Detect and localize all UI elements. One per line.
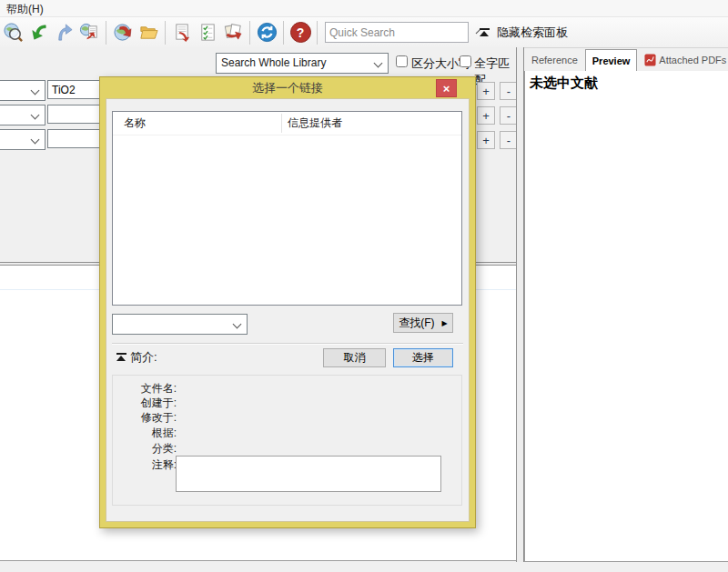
filename-label: 文件名: bbox=[120, 381, 177, 396]
find-button[interactable]: 查找(F) ▶ bbox=[393, 313, 453, 333]
chevron-down-icon bbox=[233, 320, 242, 329]
dialog-title: 选择一个链接 bbox=[252, 80, 323, 96]
select-link-dialog: 选择一个链接 × 名称 信息提供者 查找(F) ▶ 简介: bbox=[99, 76, 476, 528]
search-field-dropdown-1[interactable] bbox=[0, 80, 46, 101]
new-reference-icon[interactable] bbox=[196, 21, 219, 45]
tab-reference-label: Reference bbox=[531, 55, 578, 65]
remove-search-row-button-3[interactable]: - bbox=[500, 131, 518, 149]
category-label: 分类: bbox=[120, 441, 177, 457]
link-list[interactable]: 名称 信息提供者 bbox=[112, 111, 462, 306]
based-on-label: 根据: bbox=[120, 426, 177, 441]
preview-content[interactable]: 未选中文献 bbox=[524, 71, 728, 562]
chevron-down-icon bbox=[31, 135, 40, 145]
toolbar-separator bbox=[106, 21, 106, 45]
chevron-down-icon bbox=[31, 111, 40, 120]
preview-tabbar: Reference Preview Attached PDFs bbox=[524, 49, 728, 72]
tab-attached-pdfs-label: Attached PDFs bbox=[659, 55, 726, 65]
online-search-icon[interactable] bbox=[1, 21, 25, 45]
find-button-label: 查找(F) bbox=[399, 316, 434, 331]
comments-box[interactable] bbox=[176, 456, 441, 492]
preview-panel: Reference Preview Attached PDFs 未选中文献 bbox=[524, 47, 728, 562]
toolbar-separator bbox=[283, 21, 284, 45]
remove-search-row-button-1[interactable]: - bbox=[500, 82, 518, 100]
search-scope-dropdown[interactable]: Search Whole Library bbox=[216, 53, 389, 74]
collapse-up-icon bbox=[116, 353, 126, 362]
add-search-row-button-1[interactable]: + bbox=[477, 82, 495, 100]
close-button[interactable]: × bbox=[436, 79, 457, 97]
find-full-text-icon[interactable] bbox=[111, 21, 135, 45]
search-field-dropdown-2[interactable] bbox=[0, 105, 46, 125]
file-info-groupbox: 文件名: 创建于: 修改于: 根据: 分类: 注释: bbox=[112, 375, 462, 506]
column-header-name[interactable]: 名称 bbox=[124, 112, 146, 135]
tab-preview-label: Preview bbox=[592, 55, 631, 66]
application-window: 帮助(H) bbox=[0, 0, 728, 572]
modified-label: 修改于: bbox=[120, 410, 177, 426]
cancel-button[interactable]: 取消 bbox=[323, 348, 386, 367]
hide-panel-label: 隐藏检索面板 bbox=[497, 25, 568, 41]
chevron-down-icon bbox=[31, 86, 40, 95]
pdf-icon bbox=[644, 54, 656, 66]
menu-bar: 帮助(H) bbox=[0, 0, 728, 17]
dialog-content: 名称 信息提供者 查找(F) ▶ 简介: 取消 选择 文件名: bbox=[106, 98, 470, 522]
tab-reference[interactable]: Reference bbox=[524, 49, 585, 71]
filter-dropdown-value bbox=[113, 315, 247, 317]
toolbar-separator bbox=[165, 21, 166, 45]
quick-search-input[interactable] bbox=[326, 25, 474, 40]
export-icon[interactable] bbox=[52, 21, 76, 45]
column-header-provider[interactable]: 信息提供者 bbox=[288, 112, 342, 135]
menu-help[interactable]: 帮助(H) bbox=[2, 1, 48, 18]
open-library-icon[interactable] bbox=[136, 21, 160, 45]
no-reference-selected-message: 未选中文献 bbox=[525, 71, 728, 95]
toolbar-separator bbox=[249, 21, 250, 45]
match-case-checkbox[interactable] bbox=[396, 55, 408, 67]
help-glyph: ? bbox=[290, 22, 311, 43]
quick-search-box[interactable] bbox=[325, 22, 469, 43]
vertical-splitter[interactable] bbox=[516, 47, 524, 562]
help-icon[interactable]: ? bbox=[288, 21, 312, 45]
hide-search-panel-button[interactable]: 隐藏检索面板 bbox=[480, 25, 568, 41]
toolbar-separator bbox=[317, 21, 318, 45]
add-search-row-button-3[interactable]: + bbox=[477, 131, 495, 149]
dialog-titlebar[interactable]: 选择一个链接 bbox=[100, 77, 475, 99]
sync-icon[interactable] bbox=[255, 21, 278, 45]
search-field-dropdown-3[interactable] bbox=[0, 129, 46, 150]
status-strip bbox=[0, 562, 728, 572]
open-url-icon[interactable] bbox=[77, 21, 101, 45]
tab-preview[interactable]: Preview bbox=[585, 49, 638, 72]
summary-label: 简介: bbox=[130, 349, 157, 366]
created-label: 创建于: bbox=[120, 396, 177, 411]
copy-reference-icon[interactable] bbox=[170, 21, 194, 45]
comments-label: 注释: bbox=[120, 457, 177, 473]
dialog-separator bbox=[112, 343, 463, 345]
filter-dropdown[interactable] bbox=[112, 314, 248, 335]
match-words-checkbox[interactable] bbox=[460, 55, 471, 67]
find-menu-arrow-icon: ▶ bbox=[442, 319, 448, 327]
search-scope-value: Search Whole Library bbox=[217, 54, 388, 69]
add-search-row-button-2[interactable]: + bbox=[477, 106, 495, 125]
select-button[interactable]: 选择 bbox=[393, 348, 453, 367]
import-references-icon[interactable] bbox=[26, 21, 50, 45]
tab-attached-pdfs[interactable]: Attached PDFs bbox=[637, 49, 728, 71]
summary-toggle[interactable]: 简介: bbox=[116, 349, 157, 366]
toolbar: ? 隐藏检索面板 bbox=[0, 17, 728, 48]
remove-search-row-button-2[interactable]: - bbox=[500, 106, 518, 125]
header-bottom-line bbox=[113, 135, 461, 135]
column-divider[interactable] bbox=[281, 114, 282, 133]
export-library-icon[interactable] bbox=[221, 21, 245, 45]
collapse-up-icon bbox=[480, 28, 490, 37]
